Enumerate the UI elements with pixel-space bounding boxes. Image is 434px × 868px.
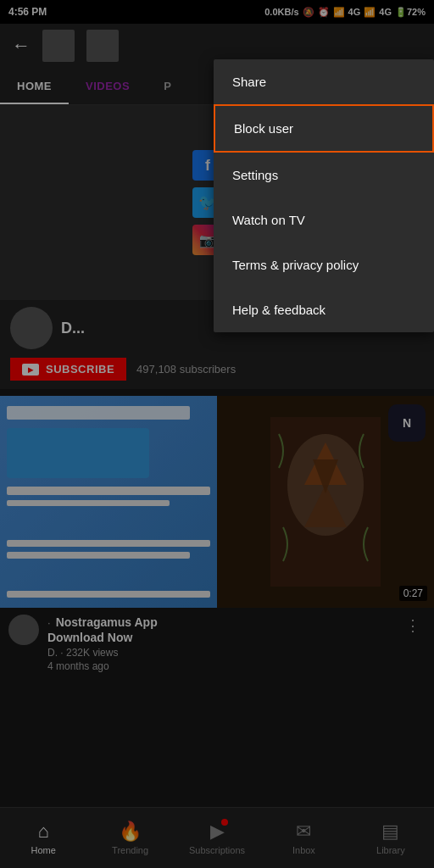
dropdown-help[interactable]: Help & feedback — [214, 287, 434, 332]
dropdown-block-user[interactable]: Block user — [214, 104, 434, 153]
dropdown-share[interactable]: Share — [214, 59, 434, 104]
dropdown-menu: Share Block user Settings Watch on TV Te… — [214, 59, 434, 332]
dropdown-settings[interactable]: Settings — [214, 153, 434, 198]
dropdown-terms[interactable]: Terms & privacy policy — [214, 242, 434, 287]
dropdown-watch-on-tv[interactable]: Watch on TV — [214, 198, 434, 242]
